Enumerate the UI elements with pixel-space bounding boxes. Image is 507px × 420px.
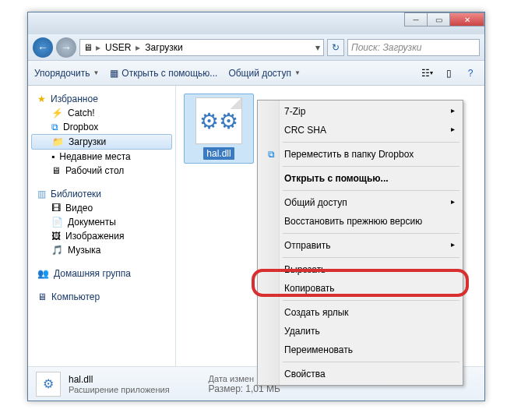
nav-row: ← → 🖥 ▸ USER ▸ Загрузки ▾ ↻ Поиск: Загру… [28,34,484,61]
sidebar-item-pictures[interactable]: 🖼Изображения [28,229,175,243]
search-input[interactable]: Поиск: Загрузки [347,39,480,56]
organize-button[interactable]: Упорядочить▼ [34,68,99,79]
separator [283,190,459,191]
library-icon: ▥ [37,189,46,199]
ctx-7zip[interactable]: 7-Zip [259,102,461,121]
status-filetype: Расширение приложения [69,385,170,394]
sidebar: ★Избранное ⚡Catch! ⧉Dropbox 📁Загрузки ▪Н… [28,86,176,366]
ctx-crcsha[interactable]: CRC SHA [259,121,461,139]
document-icon: 📄 [51,217,63,228]
music-icon: 🎵 [51,245,63,256]
address-bar[interactable]: 🖥 ▸ USER ▸ Загрузки ▾ [79,39,324,56]
separator [283,362,459,362]
recent-icon: ▪ [51,151,55,162]
ctx-share[interactable]: Общий доступ [259,193,461,212]
desktop-icon: 🖥 [51,165,61,176]
separator [283,142,459,143]
app-icon: ▦ [110,68,118,79]
separator [283,166,459,167]
picture-icon: 🖼 [51,231,61,242]
help-button[interactable]: ? [463,65,478,81]
star-icon: ★ [37,94,46,104]
dropbox-icon: ⧉ [51,122,58,132]
sidebar-item-videos[interactable]: 🎞Видео [28,201,175,215]
ctx-sendto[interactable]: Отправить [259,236,461,255]
dropbox-icon: ⧉ [264,147,278,161]
close-button[interactable]: ✕ [449,12,484,26]
computer-icon: 🖥 [37,291,47,302]
status-filename: hal.dll [69,374,170,385]
ctx-rename[interactable]: Переименовать [259,341,461,359]
status-size-label: Размер: [209,383,244,394]
file-icon: ⚙⚙ [195,97,242,144]
context-menu: 7-Zip CRC SHA ⧉Переместить в папку Dropb… [257,100,463,386]
ctx-open-with[interactable]: Открыть с помощью... [259,169,461,188]
file-item[interactable]: ⚙⚙ hal.dll [184,94,254,164]
sidebar-item-downloads[interactable]: 📁Загрузки [31,134,172,150]
separator [283,257,459,258]
separator [283,300,459,301]
sidebar-item-dropbox[interactable]: ⧉Dropbox [28,120,175,134]
view-options-button[interactable]: ☷▾ [419,65,435,81]
sidebar-homegroup[interactable]: 👥Домашняя группа [28,266,175,281]
refresh-button[interactable]: ↻ [327,39,344,56]
ctx-restore[interactable]: Восстановить прежнюю версию [259,212,461,231]
back-button[interactable]: ← [33,37,53,58]
sidebar-favorites[interactable]: ★Избранное [28,92,175,106]
homegroup-icon: 👥 [37,268,49,279]
computer-icon: 🖥 [83,42,93,53]
titlebar: ─ ▭ ✕ [28,12,484,34]
chevron-right-icon: ▸ [96,42,100,53]
separator [283,233,459,234]
sidebar-item-desktop[interactable]: 🖥Рабочий стол [28,164,175,178]
share-button[interactable]: Общий доступ▼ [228,68,301,79]
ctx-shortcut[interactable]: Создать ярлык [259,303,461,322]
maximize-button[interactable]: ▭ [427,12,450,26]
dropdown-icon[interactable]: ▾ [315,42,320,53]
ctx-cut[interactable]: Вырезать [259,260,461,279]
sidebar-libraries[interactable]: ▥Библиотеки [28,187,175,201]
ctx-copy[interactable]: Копировать [259,279,461,298]
sidebar-item-recent[interactable]: ▪Недавние места [28,150,175,164]
search-placeholder: Поиск: Загрузки [351,42,422,53]
folder-icon: 📁 [52,136,64,147]
breadcrumb-seg[interactable]: USER [104,42,132,53]
gears-icon: ⚙⚙ [199,108,238,134]
file-label: hal.dll [203,147,234,160]
ctx-delete[interactable]: Удалить [259,322,461,341]
bolt-icon: ⚡ [51,108,63,118]
sidebar-item-documents[interactable]: 📄Документы [28,215,175,229]
toolbar: Упорядочить▼ ▦Открыть с помощью... Общий… [28,61,484,86]
video-icon: 🎞 [51,203,61,214]
sidebar-item-music[interactable]: 🎵Музыка [28,243,175,257]
ctx-properties[interactable]: Свойства [259,365,461,383]
minimize-button[interactable]: ─ [404,12,428,26]
preview-pane-button[interactable]: ▯ [441,65,456,81]
ctx-move-dropbox[interactable]: ⧉Переместить в папку Dropbox [259,145,461,164]
sidebar-computer[interactable]: 🖥Компьютер [28,290,175,304]
chevron-right-icon: ▸ [136,42,140,53]
breadcrumb-seg[interactable]: Загрузки [143,42,184,53]
open-with-button[interactable]: ▦Открыть с помощью... [110,68,217,79]
forward-button[interactable]: → [56,37,76,58]
sidebar-item-catch[interactable]: ⚡Catch! [28,106,175,120]
status-thumb-icon: ⚙ [36,372,61,397]
